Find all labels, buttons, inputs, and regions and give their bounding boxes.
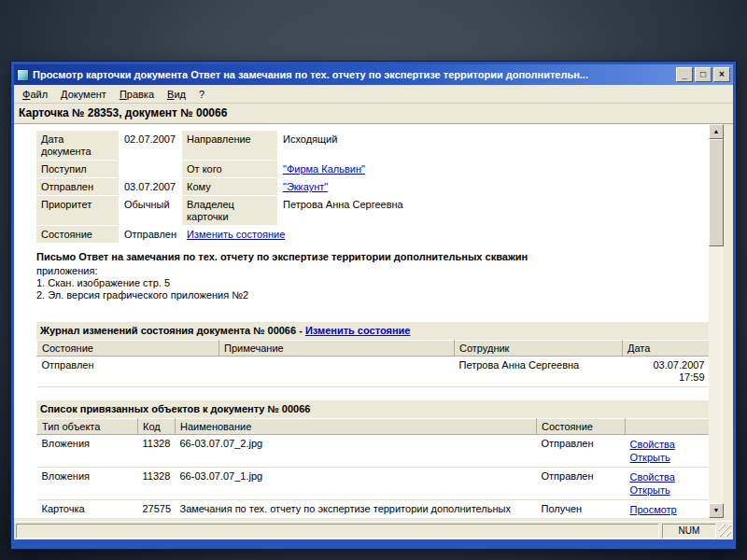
objects-table: Тип объекта Код Наименование Состояние В… [36, 418, 709, 518]
to-link[interactable]: "Эккаунт" [283, 181, 328, 192]
objects-col-actions [626, 419, 710, 435]
journal-state: Отправлен [37, 357, 219, 387]
object-type: Вложения [37, 435, 138, 468]
journal-col-note: Примечание [219, 341, 455, 357]
scrollbar-track[interactable] [709, 139, 724, 503]
menu-file[interactable]: Файл [16, 87, 54, 102]
object-actions: Свойства Открыть [626, 435, 710, 468]
journal-col-state: Состояние [37, 341, 219, 357]
maximize-button[interactable]: □ [695, 67, 712, 82]
object-actions: Свойства Открыть [626, 468, 710, 500]
object-row: Карточка документа 27575 Замечания по те… [37, 500, 710, 519]
journal-table: Состояние Примечание Сотрудник Дата Отпр… [36, 340, 709, 387]
description-line: приложения: [36, 265, 709, 277]
objects-section-title: Список привязанных объектов к документу … [36, 400, 709, 418]
journal-employee: Петрова Анна Сергеевна [455, 357, 623, 387]
journal-title-text: Журнал изменений состояния документа № 0… [40, 325, 305, 336]
vertical-scrollbar[interactable]: ▲ ▼ [709, 124, 724, 518]
change-state-link[interactable]: Изменить состояние [187, 229, 285, 240]
journal-row: Отправлен Петрова Анна Сергеевна 03.07.2… [37, 357, 710, 387]
object-code: 27575 [138, 500, 176, 519]
menu-help[interactable]: ? [192, 87, 211, 102]
from-value: "Фирма Кальвин" [278, 161, 709, 177]
object-name: 66-03.07.07_2.jpg [176, 435, 537, 468]
to-value: "Эккаунт" [278, 178, 709, 195]
objects-col-type: Тип объекта [37, 419, 138, 435]
app-icon [17, 69, 29, 81]
view-link[interactable]: Просмотр [630, 503, 705, 516]
num-lock-indicator: NUM [662, 524, 716, 539]
to-label: Кому [182, 178, 277, 195]
card-fields: Дата документа 02.07.2007 Направление Ис… [36, 131, 709, 243]
window-body: Дата документа 02.07.2007 Направление Ис… [14, 124, 733, 521]
object-type: Карточка документа [37, 500, 138, 519]
window-controls: _ □ × [676, 67, 730, 82]
direction-value: Исходящий [278, 131, 709, 160]
menu-document[interactable]: Документ [54, 87, 113, 102]
open-link[interactable]: Открыть [630, 483, 705, 497]
close-button[interactable]: × [713, 67, 730, 82]
object-row: Вложения 11328 66-03.07.07_2.jpg Отправл… [37, 435, 710, 468]
minimize-button[interactable]: _ [676, 67, 693, 82]
state-value: Отправлен [124, 229, 176, 240]
scrollbar-thumb[interactable] [709, 139, 724, 246]
properties-link[interactable]: Свойства [630, 470, 705, 483]
object-code: 11328 [138, 468, 176, 500]
from-label: От кого [182, 161, 277, 177]
description-line: 2. Эл. версия графического приложения №2 [36, 289, 709, 301]
objects-col-name: Наименование [176, 419, 537, 435]
date-label: Дата документа [36, 131, 119, 160]
priority-value: Обычный [120, 196, 181, 225]
resize-grip-icon[interactable] [719, 525, 731, 537]
object-name: 66-03.07.07_1.jpg [176, 468, 537, 500]
menubar: Файл Документ Правка Вид ? [14, 85, 733, 104]
state-value-row: Отправлен Изменить состояние [120, 226, 709, 243]
date-value: 02.07.2007 [120, 131, 181, 160]
object-type: Вложения [37, 468, 138, 500]
journal-note [219, 357, 455, 387]
objects-col-code: Код [138, 419, 176, 435]
document-title: Письмо Ответ на замечания по тех. отчету… [36, 251, 709, 263]
owner-value: Петрова Анна Сергеевна [278, 196, 709, 225]
object-actions: Просмотр Свойства [626, 500, 710, 519]
received-value [120, 161, 181, 177]
scroll-up-button[interactable]: ▲ [709, 124, 724, 139]
state-label: Состояние [36, 226, 119, 243]
card-title: Карточка № 28353, документ № 00066 [14, 104, 733, 124]
status-message-panel [16, 524, 659, 539]
content-area: Дата документа 02.07.2007 Направление Ис… [14, 124, 709, 518]
direction-label: Направление [182, 131, 277, 160]
desktop-background: Просмотр карточки документа Ответ на зам… [0, 0, 747, 560]
object-name: Замечания по тех. отчету по экспертизе т… [176, 500, 537, 519]
journal-date: 03.07.2007 17:59 [623, 357, 710, 387]
description-line: 1. Скан. изображение стр. 5 [36, 277, 709, 289]
document-description: Письмо Ответ на замечания по тех. отчету… [36, 251, 709, 301]
open-link[interactable]: Открыть [630, 451, 705, 464]
journal-section-title: Журнал изменений состояния документа № 0… [36, 322, 709, 340]
journal-col-employee: Сотрудник [455, 341, 623, 357]
from-link[interactable]: "Фирма Кальвин" [283, 163, 365, 175]
object-code: 11328 [138, 435, 176, 468]
journal-header-row: Состояние Примечание Сотрудник Дата [37, 341, 710, 357]
menu-edit[interactable]: Правка [113, 87, 161, 102]
journal-col-date: Дата [623, 341, 710, 357]
objects-col-state: Состояние [537, 419, 626, 435]
object-state: Получен [537, 500, 626, 519]
owner-label: Владелец карточки [182, 196, 277, 225]
titlebar[interactable]: Просмотр карточки документа Ответ на зам… [14, 64, 733, 85]
sent-label: Отправлен [36, 178, 119, 195]
sent-value: 03.07.2007 [120, 178, 181, 195]
object-state: Отправлен [537, 435, 626, 468]
journal-change-state-link[interactable]: Изменить состояние [305, 325, 411, 336]
properties-link[interactable]: Свойства [630, 516, 705, 518]
menu-view[interactable]: Вид [161, 87, 192, 102]
window-title: Просмотр карточки документа Ответ на зам… [33, 69, 672, 80]
object-state: Отправлен [537, 468, 626, 500]
priority-label: Приоритет [36, 196, 119, 225]
properties-link[interactable]: Свойства [630, 438, 705, 451]
statusbar: NUM [14, 521, 733, 539]
app-window: Просмотр карточки документа Ответ на зам… [11, 62, 736, 549]
objects-header-row: Тип объекта Код Наименование Состояние [37, 419, 710, 435]
scroll-down-button[interactable]: ▼ [709, 503, 724, 518]
received-label: Поступил [36, 161, 119, 177]
